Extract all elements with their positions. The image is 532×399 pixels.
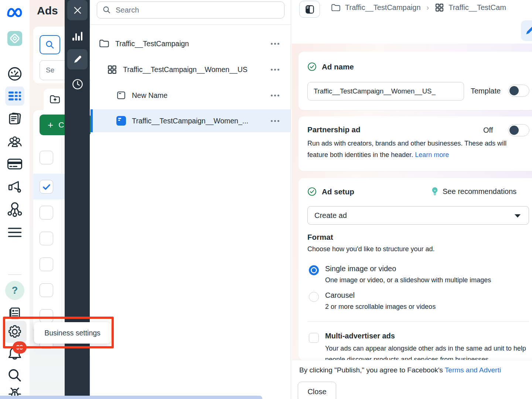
adset-grid-icon — [107, 65, 117, 75]
annotation-highlight-box — [3, 317, 114, 348]
format-title: Format — [307, 233, 333, 242]
horizontal-scrollbar[interactable] — [0, 396, 262, 399]
panel-footer: By clicking "Publish," you agree to Face… — [292, 360, 532, 399]
tree-row-ad-selected[interactable]: Traffic__TestCampaign__Women_... — [91, 109, 291, 132]
ad-edit-panel: Traffic__TestCampaign › Traffic__TestCam… — [292, 0, 532, 399]
ad-name-card: Ad name Traffic__TestCampaign__Women__US… — [299, 52, 532, 110]
business-assets-nav-icon[interactable] — [0, 201, 30, 218]
format-description: Choose how you'd like to structure your … — [307, 245, 435, 253]
collapse-panel-button[interactable] — [299, 1, 320, 18]
drawer-title: Ads — [37, 4, 58, 17]
divider — [91, 24, 291, 25]
meta-logo[interactable] — [0, 4, 30, 21]
edit-ad-button[interactable] — [521, 20, 532, 41]
more-options-button[interactable] — [271, 69, 279, 71]
tree-row-label: Traffic__TestCampaign__Women__US — [123, 65, 248, 74]
plus-icon: + — [48, 120, 53, 130]
multi-advertiser-checkbox[interactable] — [309, 333, 319, 343]
advertising-settings-nav-icon[interactable] — [0, 178, 30, 195]
toggle-knob — [509, 126, 519, 135]
ad-setup-select-value: Create ad — [314, 211, 347, 220]
toggle-knob — [509, 86, 519, 95]
chart-view-button[interactable] — [67, 29, 88, 44]
all-tools-menu-icon[interactable] — [0, 225, 30, 240]
template-toggle[interactable] — [508, 85, 529, 97]
search-icon — [45, 40, 55, 50]
ad-setup-card: Ad setup See recommendations Create ad F… — [299, 178, 532, 360]
campaign-tree-panel: Search Traffic__TestCampaign Traffic__Te… — [91, 0, 291, 399]
more-options-button[interactable] — [271, 120, 279, 122]
pencil-icon — [73, 55, 82, 64]
breadcrumb-adset[interactable]: Traffic__TestCam — [449, 3, 506, 12]
see-recommendations-button[interactable]: See recommendations — [431, 187, 516, 196]
folder-icon — [331, 4, 341, 12]
partnership-description: Run ads with creators, brands and other … — [307, 138, 526, 161]
tree-search-placeholder: Search — [116, 6, 139, 14]
ad-name-title: Ad name — [322, 62, 354, 71]
ad-name-input[interactable]: Traffic__TestCampaign__Women__US_ — [307, 82, 464, 100]
tree-row-campaign[interactable]: Traffic__TestCampaign — [91, 35, 291, 52]
business-suite-icon[interactable] — [0, 30, 30, 47]
close-button[interactable]: Close — [298, 382, 336, 399]
multi-advertiser-label: Multi-advertiser ads — [325, 332, 395, 340]
audiences-nav-icon[interactable] — [0, 134, 30, 150]
ad-icon — [116, 91, 126, 100]
campaigns-nav-icon[interactable] — [0, 88, 30, 104]
tree-row-label: Traffic__TestCampaign — [115, 40, 189, 48]
pages-nav-icon[interactable] — [0, 111, 30, 127]
panel-toggle-icon — [305, 4, 315, 14]
completed-check-icon — [307, 187, 317, 196]
divider — [307, 321, 529, 322]
history-button[interactable] — [67, 77, 88, 92]
partnership-state-label: Off — [483, 126, 493, 134]
lightbulb-icon — [431, 187, 439, 196]
more-options-button[interactable] — [271, 95, 279, 96]
see-recommendations-label: See recommendations — [443, 187, 516, 196]
billing-nav-icon[interactable] — [0, 156, 30, 172]
partnership-toggle[interactable] — [508, 124, 529, 136]
drawer-search-button[interactable] — [40, 35, 60, 54]
tree-row-adset[interactable]: Traffic__TestCampaign__Women__US — [91, 61, 291, 78]
account-overview-gauge-icon[interactable] — [0, 66, 30, 82]
row-checkbox[interactable] — [40, 206, 53, 219]
format-radio-single[interactable] — [309, 265, 319, 275]
publish-agreement-text: By clicking "Publish," you agree to Face… — [299, 366, 532, 374]
row-checkbox[interactable] — [40, 258, 53, 271]
campaign-folder-icon — [50, 95, 61, 104]
ad-setup-section-header: Ad setup — [307, 187, 354, 196]
ad-name-section-header: Ad name — [307, 62, 354, 71]
format-option-description: One image or video, or a slideshow with … — [325, 276, 491, 284]
help-button[interactable]: ? — [0, 281, 30, 300]
learn-more-link[interactable]: Learn more — [415, 151, 449, 158]
row-checkbox[interactable] — [40, 232, 53, 245]
format-radio-carousel[interactable] — [309, 292, 319, 302]
tree-search-input[interactable]: Search — [97, 1, 284, 18]
nav-divider — [8, 274, 21, 275]
edit-view-button-active[interactable] — [67, 49, 88, 69]
format-option-label: Carousel — [325, 291, 355, 300]
partnership-title: Partnership ad — [307, 125, 361, 134]
select-all-checkbox[interactable] — [40, 151, 53, 164]
close-icon — [73, 6, 82, 15]
terms-link[interactable]: Terms and Adverti — [445, 366, 501, 374]
format-option-label: Single image or video — [325, 265, 396, 273]
breadcrumb-campaign[interactable]: Traffic__TestCampaign — [345, 3, 421, 12]
more-options-button[interactable] — [271, 43, 279, 45]
tree-row-label: New Name — [132, 91, 167, 100]
drawer-filter-value: Se — [46, 66, 54, 74]
row-checkbox[interactable] — [40, 283, 53, 297]
ad-setup-title: Ad setup — [322, 187, 354, 196]
ad-setup-select[interactable]: Create ad — [307, 206, 529, 225]
row-checkbox-checked[interactable] — [40, 180, 53, 194]
bar-chart-icon — [72, 32, 82, 41]
completed-check-icon — [307, 62, 317, 71]
folder-icon — [99, 39, 109, 48]
create-button-label: C — [58, 120, 64, 129]
ad-selected-icon — [116, 116, 126, 126]
template-label: Template — [471, 87, 501, 95]
close-toolbar-button[interactable] — [67, 0, 88, 20]
check-icon — [42, 182, 51, 192]
tree-row-ad[interactable]: New Name — [91, 86, 291, 104]
chevron-down-icon — [515, 214, 521, 218]
global-search-icon[interactable] — [0, 367, 30, 383]
